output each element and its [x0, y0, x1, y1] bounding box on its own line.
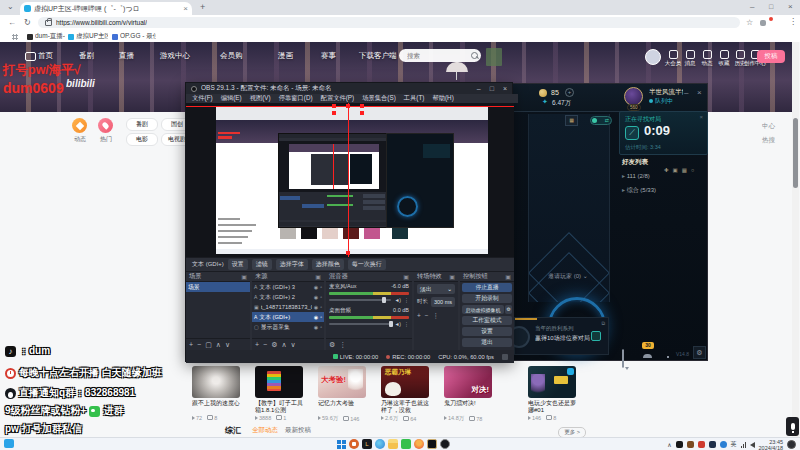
address-bar[interactable]: https://www.bilibili.com/v/virtual/: [38, 17, 740, 28]
obs-menu-docks[interactable]: 停靠窗口(D): [279, 94, 313, 103]
edge-icon[interactable]: [375, 439, 385, 449]
selection-bounds-vertical[interactable]: [348, 103, 349, 257]
speaker-icon[interactable]: ◄): [394, 321, 401, 327]
user-avatar[interactable]: [645, 49, 661, 65]
bookmark-dum[interactable]: dum-直播-dum-...: [27, 32, 65, 41]
nav-home[interactable]: 首页: [38, 51, 53, 61]
moments-circle-button[interactable]: [72, 118, 87, 133]
back-icon[interactable]: ←: [8, 18, 16, 27]
lock-icon[interactable]: ▫: [320, 294, 322, 300]
mic-overlay-widget[interactable]: [786, 417, 799, 436]
settings-button[interactable]: 设置: [462, 327, 512, 336]
obs-maximize-button[interactable]: □: [490, 85, 494, 92]
friends-group[interactable]: ▸ 111 (2/8): [622, 172, 650, 179]
auto-accept-toggle[interactable]: ⇄: [590, 116, 612, 125]
dock-pin-icon[interactable]: ▣: [315, 273, 321, 280]
video-card[interactable]: 对决! 鬼刀擂对决! 14.8万78: [444, 366, 492, 422]
selection-handle[interactable]: [360, 111, 364, 115]
source-filters-button[interactable]: 滤镜: [252, 259, 272, 270]
tray-icon[interactable]: [698, 441, 705, 448]
browser-tab[interactable]: 虚拟UP主区-哔哩哔哩 (゜-゜)つロ ×: [20, 2, 192, 15]
obs-menu-view[interactable]: 视图(V): [250, 94, 271, 103]
add-currency-icon[interactable]: +: [565, 88, 574, 97]
visibility-icon[interactable]: ◉: [314, 284, 318, 290]
virtual-camera-button[interactable]: 启动虚拟摄像机: [462, 305, 504, 314]
nav-game-center[interactable]: 游戏中心: [160, 51, 190, 61]
notification-center-icon[interactable]: [787, 440, 796, 449]
obs-app-icon[interactable]: [440, 439, 450, 449]
tray-icon[interactable]: [709, 441, 716, 448]
selection-handle[interactable]: [346, 104, 350, 108]
dock-pin-icon[interactable]: ▣: [241, 273, 247, 280]
add-transition-icon[interactable]: +: [417, 312, 421, 320]
transition-properties-icon[interactable]: ⋮: [433, 312, 440, 320]
move-source-up-icon[interactable]: ∧: [281, 341, 286, 349]
browser-menu-icon[interactable]: ⋮: [789, 17, 797, 26]
visibility-icon[interactable]: ◉: [314, 314, 318, 320]
lock-icon[interactable]: ▫: [320, 284, 322, 290]
nav-manga[interactable]: 漫画: [278, 51, 293, 61]
volume-slider[interactable]: [329, 323, 391, 325]
remove-scene-icon[interactable]: −: [197, 341, 201, 348]
scene-item[interactable]: 场景: [186, 282, 250, 292]
search-input[interactable]: [405, 51, 471, 60]
remove-transition-icon[interactable]: −: [425, 312, 429, 320]
search-icon[interactable]: [471, 52, 478, 59]
obs-menu-profile[interactable]: 配置文件(P): [321, 94, 355, 103]
nav-esports[interactable]: 赛事: [321, 51, 336, 61]
source-item[interactable]: A文本 (GDI+) 3◉▫: [252, 282, 324, 292]
tab-latest-uploads[interactable]: 最新投稿: [285, 426, 311, 435]
channel-menu-icon[interactable]: ⋮: [404, 321, 409, 327]
new-tab-button[interactable]: +: [200, 2, 205, 12]
pill-bangumi[interactable]: 番剧: [126, 118, 158, 131]
volume-icon[interactable]: [750, 442, 755, 448]
video-card[interactable]: 大考验! 记忆力大考验 59.6万146: [318, 366, 366, 422]
lol-app-icon[interactable]: [427, 439, 437, 449]
selection-handle[interactable]: [346, 251, 350, 255]
obs-menu-help[interactable]: 帮助(H): [432, 94, 453, 103]
volume-knob[interactable]: [382, 297, 386, 303]
tray-icon[interactable]: [720, 441, 727, 448]
dock-pin-icon[interactable]: ▣: [403, 273, 409, 280]
more-button[interactable]: 更多 >: [558, 427, 586, 437]
window-minimize-button[interactable]: –: [750, 2, 754, 11]
volume-slider[interactable]: [329, 299, 391, 301]
page-scrollbar[interactable]: [792, 42, 799, 437]
extensions-icon[interactable]: [760, 20, 766, 26]
visibility-icon[interactable]: ◉: [314, 324, 318, 330]
selection-handle[interactable]: [360, 104, 364, 108]
video-card[interactable]: 电玩少女也还是萝娜#01 1468: [528, 366, 576, 421]
video-card[interactable]: 【教学】叮子工具箱1.8.1公测 38881: [255, 366, 303, 421]
obs-minimize-button[interactable]: –: [477, 85, 481, 92]
source-item-selected[interactable]: A文本 (GDI+)◉▫: [252, 312, 324, 322]
add-scene-icon[interactable]: +: [189, 341, 193, 348]
stop-streaming-button[interactable]: 停止直播: [462, 283, 512, 292]
source-properties-icon[interactable]: ⚙: [271, 341, 277, 349]
select-font-button[interactable]: 选择字体: [276, 259, 308, 270]
dock-pin-icon[interactable]: ▣: [505, 273, 511, 280]
challenge-card[interactable]: 当年的胜利系列 赢得10场排位赛对局 ⧉: [514, 317, 609, 355]
bilibili-tv-logo-icon[interactable]: [25, 52, 36, 61]
obs-menu-edit[interactable]: 编辑(E): [221, 94, 242, 103]
roster-icon[interactable]: ▦: [682, 167, 687, 173]
visibility-icon[interactable]: ◉: [314, 304, 318, 310]
invite-players[interactable]: 邀请玩家 (0) ⌄: [548, 272, 588, 281]
source-item[interactable]: ▢显示器采集◉▫: [252, 322, 324, 332]
transition-select[interactable]: 淡出⌄: [417, 284, 455, 294]
window-close-button[interactable]: ×: [788, 2, 793, 11]
search-box[interactable]: [399, 49, 481, 62]
ime-indicator[interactable]: 英: [731, 440, 737, 449]
add-source-icon[interactable]: +: [255, 341, 259, 348]
video-card[interactable]: 跟不上我的速度心 728: [192, 366, 240, 421]
lol-minimize-button[interactable]: –: [684, 88, 688, 97]
obs-title-bar[interactable]: OBS 29.1.3 - 配置文件: 未命名 - 场景: 未命名 – □ ×: [186, 83, 512, 94]
nav-live[interactable]: 直播: [119, 51, 134, 61]
visibility-icon[interactable]: ◉: [314, 294, 318, 300]
bookmark-opgg[interactable]: OP.GG - 最佳英雄...: [112, 32, 156, 41]
folder-icon[interactable]: ▣: [673, 167, 678, 173]
nav-anime[interactable]: 番剧: [79, 51, 94, 61]
bookmark-star-icon[interactable]: ☆: [746, 18, 753, 27]
reload-icon[interactable]: ↻: [24, 18, 31, 27]
channel-menu-icon[interactable]: ⋮: [404, 297, 409, 303]
nav-download-client[interactable]: 下载客户端: [359, 51, 397, 61]
